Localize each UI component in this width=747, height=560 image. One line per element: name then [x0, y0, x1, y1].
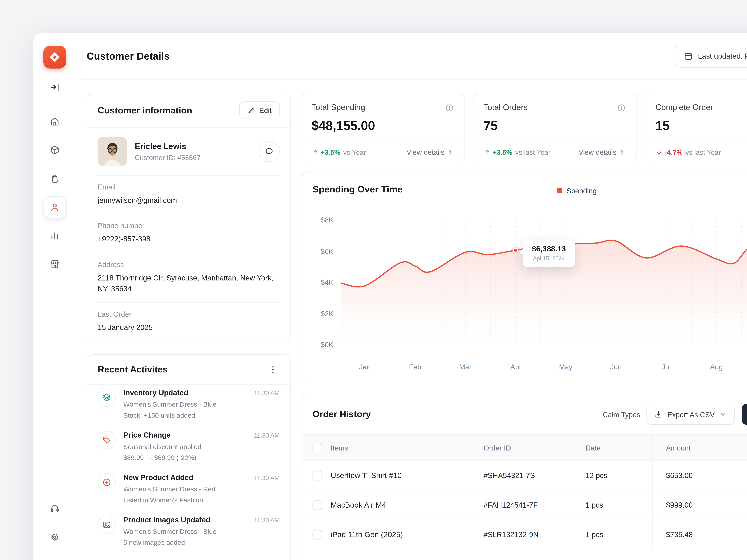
app-logo[interactable] — [43, 46, 66, 69]
customer-information-card: Customer information Edit — [87, 93, 290, 342]
arrow-down-icon — [655, 149, 663, 156]
stat-title: Total Orders — [484, 103, 527, 112]
sidebar-item-store[interactable] — [44, 254, 66, 275]
plus-circle-icon — [98, 474, 116, 491]
activity-line: Seasonal discount applied — [123, 443, 280, 451]
table-row[interactable]: iPad 11th Gen (2025) #SLR132132-9N 1 pcs… — [301, 519, 747, 549]
activity-item: Price Change 11:30 AM Seasonal discount … — [98, 431, 280, 473]
activities-list: Inventory Updated 11:30 AM Women's Summe… — [87, 385, 290, 560]
tooltip-date: Apl 15, 2024 — [523, 255, 575, 262]
stats-row: Total Spending $48,155.00 — [301, 93, 747, 162]
activity-time: 11:30 AM — [254, 390, 280, 397]
column-header: Amount — [652, 435, 747, 460]
table-row[interactable]: Userflow T- Shirt #10 #SHA54321-7S 12 pc… — [301, 460, 747, 490]
customer-card-body: Ericlee Lewis Customer ID: #56567 — [87, 128, 290, 341]
last-updated-button[interactable]: Last updated: F — [675, 45, 747, 68]
x-axis-label: Jan — [351, 363, 379, 371]
x-axis-label: Apl — [501, 363, 530, 371]
activities-menu-button[interactable] — [266, 363, 280, 376]
row-checkbox[interactable] — [312, 471, 322, 480]
logo-icon — [48, 51, 61, 63]
order-history-controls: Calm Types Export As CSV — [602, 404, 747, 425]
recent-activities-card: Recent Activites — [87, 354, 290, 560]
stat-value: $48,155.00 — [312, 118, 454, 133]
bar-chart-icon — [49, 231, 60, 241]
storefront-icon — [49, 259, 60, 269]
activity-line: $89.99 → $69.99 (-22%) — [123, 454, 280, 461]
activity-time: 11:30 AM — [254, 517, 280, 524]
main-area: Customer Details Last updated: F Custome… — [76, 33, 747, 560]
tag-icon — [98, 431, 116, 449]
column-header: Items — [331, 444, 348, 452]
activity-line: Listed in Women's Fashion — [123, 497, 280, 504]
activity-item: Product Images Updated 11:30 AM Women's … — [98, 516, 280, 558]
sidebar-item-products[interactable] — [44, 139, 66, 161]
activity-title: Price Change — [123, 431, 171, 439]
field-value: +9222)-857-398 — [98, 234, 280, 244]
activity-content: New Product Added 11:30 AM Women's Summe… — [123, 474, 280, 504]
order-id: #SHA54321-7S — [471, 461, 571, 490]
content: Customer information Edit — [76, 79, 747, 560]
right-column: Total Spending $48,155.00 — [301, 93, 747, 560]
sidebar-item-customers[interactable] — [44, 196, 66, 218]
stat-delta: -4.7% — [655, 149, 682, 156]
add-order-button[interactable] — [742, 404, 747, 425]
stat-card-total-spending: Total Spending $48,155.00 — [301, 93, 465, 162]
field-value: 15 January 2025 — [98, 322, 280, 333]
stat-delta: +3.5% — [484, 149, 512, 156]
sidebar-item-home[interactable] — [44, 110, 66, 132]
field-label: Phone number — [98, 221, 280, 230]
view-details-link[interactable]: View details — [578, 148, 626, 156]
activity-content: Product Images Updated 11:30 AM Women's … — [123, 516, 280, 546]
calm-types-label: Calm Types — [602, 410, 640, 418]
sidebar-collapse-button[interactable] — [49, 82, 60, 92]
customer-profile: Ericlee Lewis Customer ID: #56567 — [98, 128, 280, 175]
field-label: Last Order — [98, 310, 280, 318]
info-icon[interactable] — [617, 103, 626, 112]
column-header: Date — [571, 435, 652, 460]
select-all-checkbox[interactable] — [312, 443, 322, 452]
order-history-header: Order History Calm Types Export As CSV — [301, 394, 747, 434]
sidebar-item-analytics[interactable] — [44, 225, 66, 247]
activity-line: Women's Summer Dress - Red — [123, 485, 280, 493]
spending-line-chart — [341, 217, 747, 349]
edit-button[interactable]: Edit — [239, 101, 280, 119]
y-axis-label: $0K — [308, 341, 334, 349]
view-details-link[interactable]: View details — [407, 148, 454, 156]
field-value: 2118 Thornridge Cir. Syracuse, Manhattan… — [98, 272, 279, 294]
customer-name: Ericlee Lewis — [135, 142, 201, 151]
activity-line: Women's Summer Dress - Blue — [123, 401, 280, 408]
sidebar-item-orders[interactable] — [44, 168, 66, 190]
y-axis-label: $6K — [308, 247, 334, 255]
chevron-right-icon — [618, 149, 626, 156]
info-icon[interactable] — [445, 103, 454, 112]
collapse-icon — [49, 82, 60, 92]
message-button[interactable] — [259, 141, 280, 162]
field-label: Email — [98, 183, 280, 191]
download-icon — [654, 410, 663, 419]
stat-value: 75 — [484, 118, 626, 133]
support-button[interactable] — [44, 497, 66, 519]
shopping-bag-icon — [49, 173, 60, 184]
settings-button[interactable] — [44, 526, 66, 548]
table-row[interactable]: MacBook Air M4 #FAH124541-7F 1 pcs $999.… — [301, 490, 747, 519]
headphones-icon — [49, 503, 60, 513]
y-axis-label: $4K — [308, 278, 334, 286]
layers-icon — [98, 389, 116, 407]
field-value: jennywilson@gmail.com — [98, 195, 280, 206]
customer-card-title: Customer information — [98, 105, 192, 115]
row-checkbox[interactable] — [312, 500, 322, 510]
order-history-title: Order History — [312, 409, 371, 420]
activity-line: Women's Summer Dress - Blue — [123, 528, 280, 535]
table-header-row: Items Order ID Date Amount — [301, 434, 747, 460]
edit-label: Edit — [259, 106, 272, 114]
export-csv-button[interactable]: Export As CSV — [646, 404, 735, 425]
order-id: #FAH124541-7F — [471, 490, 571, 519]
row-checkbox[interactable] — [312, 530, 322, 539]
export-csv-label: Export As CSV — [668, 410, 715, 418]
kebab-icon — [268, 365, 278, 374]
activities-card-title: Recent Activites — [98, 365, 168, 375]
customer-identity: Ericlee Lewis Customer ID: #56567 — [135, 142, 201, 161]
chart-title: Spending Over Time — [312, 184, 403, 195]
chart-legend: Spending — [557, 187, 597, 195]
